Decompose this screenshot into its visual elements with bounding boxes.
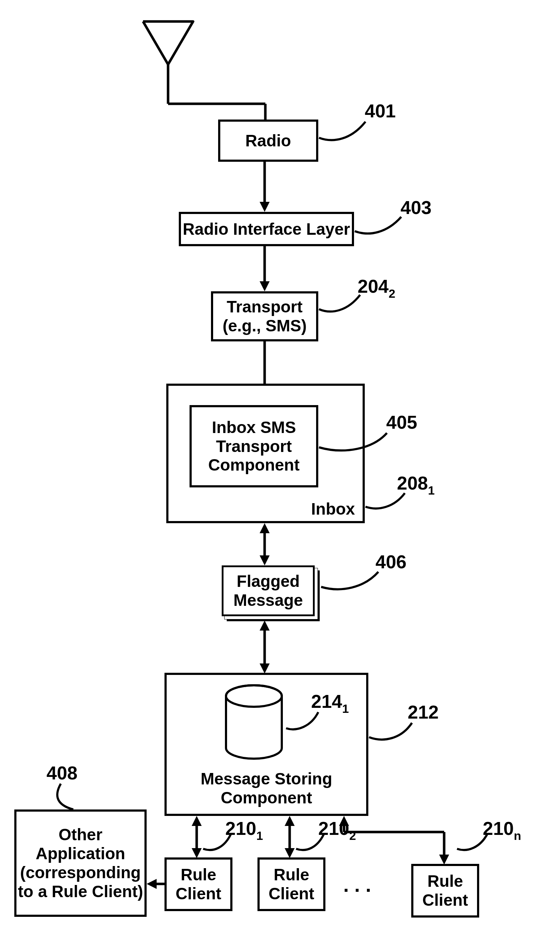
svg-marker-14 <box>260 664 269 673</box>
arrow-radio-ril <box>257 162 272 213</box>
rc1-l2: Client <box>176 884 221 903</box>
transport-l2: (e.g., SMS) <box>222 316 306 335</box>
svg-marker-20 <box>285 816 295 826</box>
ref-2102-leader <box>296 834 332 854</box>
arrow-msc-rc2 <box>283 816 297 859</box>
ref-212: 212 <box>408 701 439 723</box>
rcn-l2: Client <box>422 891 468 910</box>
arrow-flagged-msc <box>257 621 272 674</box>
ref-2081-leader <box>366 493 416 515</box>
oa-l2: Application <box>36 844 125 863</box>
database-icon <box>222 684 286 766</box>
ref-2141-leader <box>286 712 326 734</box>
rule-client-2-box: Rule Client <box>257 857 326 911</box>
rc1-l1: Rule <box>181 865 216 884</box>
svg-marker-12 <box>260 621 269 630</box>
ref-210n-leader <box>457 834 496 854</box>
ref-2042: 2042 <box>358 276 395 297</box>
rule-client-n-box: Rule Client <box>411 864 479 918</box>
antenna-icon <box>143 21 200 100</box>
svg-marker-19 <box>192 848 202 858</box>
rule-client-1-box: Rule Client <box>165 857 233 911</box>
svg-marker-22 <box>285 848 295 858</box>
ref-401: 401 <box>365 100 396 122</box>
flagged-message-box: Flagged Message <box>222 566 315 616</box>
ref-212-leader <box>369 723 423 746</box>
msc-l2: Component <box>220 788 312 807</box>
transport-box: Transport (e.g., SMS) <box>211 291 318 341</box>
svg-marker-4 <box>260 202 269 212</box>
radio-label: Radio <box>245 131 291 150</box>
arrow-ril-transport <box>257 246 272 292</box>
svg-marker-11 <box>260 555 269 566</box>
ref-2042-leader <box>319 295 369 320</box>
ref-408-leader <box>54 784 89 812</box>
arrow-rc1-otherapp <box>146 877 167 891</box>
flagged-l2: Message <box>234 591 303 610</box>
svg-marker-27 <box>439 855 449 865</box>
oa-l3: (corresponding <box>20 863 141 882</box>
ref-403: 403 <box>401 197 431 218</box>
inbox-sms-l3: Component <box>208 455 300 475</box>
transport-l1: Transport <box>227 297 303 316</box>
svg-marker-9 <box>260 523 269 533</box>
ref-2081: 2081 <box>397 472 435 494</box>
ref-408: 408 <box>46 762 78 784</box>
diagram-stage: Radio 401 Radio Interface Layer 403 Tran… <box>0 0 560 929</box>
ril-label: Radio Interface Layer <box>183 220 350 239</box>
radio-box: Radio <box>218 120 318 162</box>
oa-l4: to a Rule Client) <box>18 882 143 901</box>
ref-406-leader <box>321 572 389 597</box>
ref-401-leader <box>319 122 376 150</box>
inbox-sms-l2: Transport <box>216 437 292 456</box>
arrow-inbox-flagged <box>257 523 272 566</box>
msc-l1: Message Storing <box>200 770 332 788</box>
other-application-box: Other Application (corresponding to a Ru… <box>14 809 147 917</box>
ref-2141: 2141 <box>311 691 349 712</box>
ref-403-leader <box>355 217 412 242</box>
flagged-l1: Flagged <box>237 572 300 591</box>
ref-405-leader <box>319 433 398 458</box>
svg-marker-17 <box>192 816 202 826</box>
arrow-msc-rc1 <box>190 816 204 859</box>
inbox-caption: Inbox <box>311 499 355 518</box>
oa-l1: Other <box>59 825 103 844</box>
ellipsis: . . . <box>343 873 371 897</box>
rc2-l1: Rule <box>274 865 309 884</box>
inbox-sms-l1: Inbox SMS <box>212 418 296 437</box>
ref-406: 406 <box>375 551 407 573</box>
ref-405: 405 <box>386 412 417 433</box>
svg-marker-29 <box>147 879 157 889</box>
inbox-sms-component-box: Inbox SMS Transport Component <box>190 405 318 487</box>
ref-2101-leader <box>203 834 239 854</box>
rc2-l2: Client <box>269 884 314 903</box>
ril-box: Radio Interface Layer <box>179 212 354 246</box>
rcn-l1: Rule <box>427 872 463 891</box>
svg-marker-6 <box>260 281 269 291</box>
